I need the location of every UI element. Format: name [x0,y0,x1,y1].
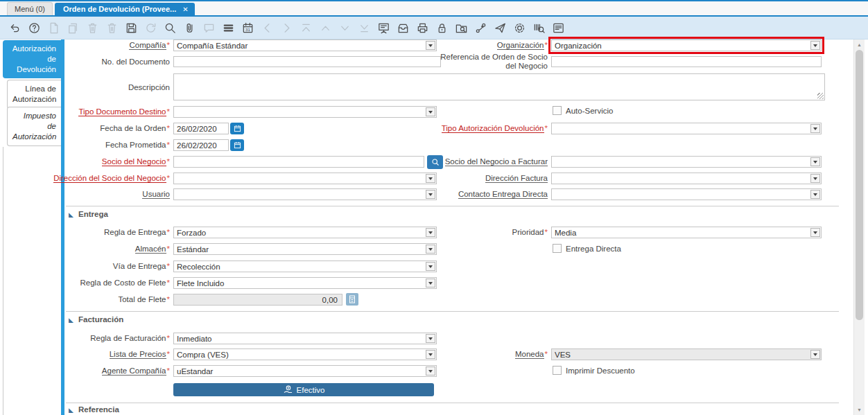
direccion-factura-select[interactable] [551,173,822,184]
direccion-socio-select[interactable] [173,173,437,184]
almacen-select[interactable]: Estándar [173,243,437,255]
via-entrega-select[interactable]: Recolección [173,261,437,272]
scrollbar-thumb[interactable] [856,50,863,320]
delete-selection-icon [105,21,119,35]
socio-negocio-input[interactable] [173,156,424,168]
moneda-select: VES [551,348,822,360]
prioridad-select[interactable]: Media [551,227,822,238]
help-icon[interactable] [28,21,41,35]
first-record-icon [300,21,313,35]
tab-orden-devolucion[interactable]: Orden de Devolución (Provee... ✕ [55,3,195,15]
product-info-icon[interactable] [532,21,546,35]
window-tabstrip: Menú (0) Orden de Devolución (Provee... … [0,0,868,17]
descripcion-textarea[interactable] [173,73,825,100]
almacen-label[interactable]: Almacén* [31,245,170,254]
chevron-down-icon[interactable] [810,124,820,133]
chevron-down-icon[interactable] [426,279,435,288]
organizacion-label[interactable]: Organización* [423,41,548,50]
chevron-down-icon[interactable] [426,334,435,343]
contacto-entrega-select[interactable] [551,188,822,200]
toolbar: 31 [0,17,868,39]
tipo-autorizacion-devolucion-select[interactable] [551,123,822,134]
section-divider [66,206,839,206]
lista-precios-label[interactable]: Lista de Precios* [31,350,170,359]
socio-negocio-label[interactable]: Socio del Negocio* [31,157,170,166]
auto-servicio-label: Auto-Servicio [566,107,613,116]
scroll-up-icon[interactable]: ▲ [854,42,865,47]
chevron-down-icon[interactable] [810,157,820,166]
no-documento-label: No. del Documento [31,58,170,67]
usuario-select[interactable] [173,188,437,200]
socio-negocio-facturar-label[interactable]: Socio del Negocio a Facturar [423,157,548,166]
tipo-autorizacion-devolucion-label[interactable]: Tipo Autorización Devolución* [423,124,548,133]
tab-menu[interactable]: Menú (0) [7,2,53,15]
vertical-scrollbar[interactable]: ▲ ▼ [853,39,865,415]
efectivo-button[interactable]: Efectivo [173,383,434,396]
regla-facturacion-select[interactable]: Inmediato [173,333,437,344]
history-icon[interactable]: 31 [241,21,254,35]
lock-icon[interactable] [435,21,449,35]
previous-record-icon [319,21,332,35]
collapse-triangle-icon[interactable]: ◣ [69,212,73,218]
close-tab-icon[interactable]: ✕ [182,6,188,13]
via-entrega-label: Vía de Entrega* [31,262,170,271]
report-window-icon[interactable] [552,21,565,35]
organizacion-select[interactable]: Organización [551,39,822,51]
socio-negocio-facturar-select[interactable] [551,156,822,168]
scroll-down-icon[interactable]: ▼ [854,407,865,412]
fecha-orden-input[interactable] [173,123,229,134]
entrega-directa-checkbox[interactable] [553,244,562,253]
imprimir-descuento-checkbox[interactable] [553,366,562,375]
regla-facturacion-label: Regla de Facturación* [31,334,170,343]
agente-compania-label[interactable]: Agente Compañía* [31,367,170,376]
print-icon[interactable] [416,21,429,35]
send-mail-icon[interactable] [494,21,507,35]
tipo-documento-destino-label[interactable]: Tipo Documento Destino* [31,107,170,116]
agente-compania-select[interactable]: uEstandar [173,365,437,377]
chevron-down-icon[interactable] [426,367,435,376]
referencia-orden-label: Referencia de Orden de Socio del Negocio [428,53,548,71]
no-documento-input[interactable] [173,56,441,67]
parent-record-icon [261,21,274,35]
tipo-documento-destino-select[interactable] [173,106,437,118]
find-icon[interactable] [164,21,177,35]
toggle-grid-icon[interactable] [222,21,235,35]
regla-entrega-select[interactable]: Forzado [173,227,437,238]
save-icon[interactable] [125,21,138,35]
moneda-label[interactable]: Moneda* [423,350,548,359]
compania-select[interactable]: Compañía Estándar [173,39,437,51]
report-icon[interactable] [377,21,390,35]
direccion-factura-label[interactable]: Dirección Factura [423,174,548,183]
chevron-down-icon[interactable] [426,107,435,116]
contacto-entrega-label[interactable]: Contacto Entrega Directa [423,190,548,199]
zoom-across-icon[interactable] [455,21,468,35]
preferences-icon[interactable] [513,21,526,35]
requery-icon [144,21,157,35]
chevron-down-icon [810,350,820,359]
fecha-prometida-input[interactable] [173,139,229,151]
regla-costo-flete-select[interactable]: Flete Incluido [173,277,437,289]
direccion-socio-label[interactable]: Dirección del Socio del Negocio* [31,174,170,183]
chevron-down-icon[interactable] [810,190,820,199]
calculator-icon[interactable] [346,293,358,306]
attachment-icon[interactable] [183,21,196,35]
calendar-picker-icon[interactable] [230,123,244,134]
auto-servicio-checkbox[interactable] [553,106,562,115]
calendar-picker-icon[interactable] [230,139,244,151]
compania-label[interactable]: Compañía* [31,41,170,50]
chevron-down-icon[interactable] [810,174,820,183]
detail-record-icon [280,21,293,35]
chevron-down-icon[interactable] [426,262,435,271]
archive-icon[interactable] [397,21,410,35]
referencia-orden-input[interactable] [551,56,822,67]
chevron-down-icon[interactable] [810,228,820,237]
descripcion-label: Descripción [31,83,170,92]
usuario-label[interactable]: Usuario [31,190,170,199]
workflow-icon[interactable] [474,21,487,35]
collapse-triangle-icon[interactable]: ◣ [69,407,73,414]
lista-precios-select[interactable]: Compra (VES) [173,348,437,360]
undo-icon[interactable] [8,21,21,35]
collapse-triangle-icon[interactable]: ◣ [69,317,73,324]
chevron-down-icon[interactable] [810,41,820,50]
chevron-down-icon[interactable] [426,245,435,254]
